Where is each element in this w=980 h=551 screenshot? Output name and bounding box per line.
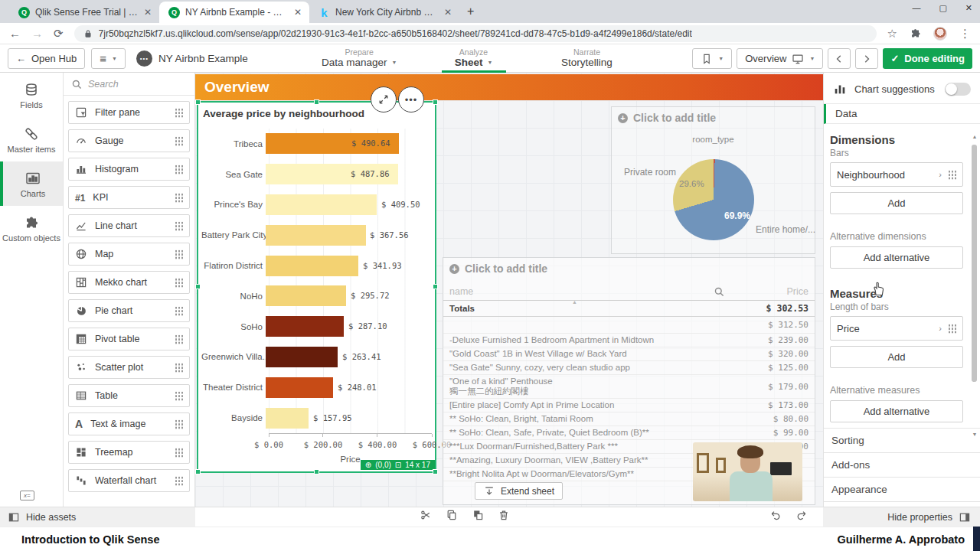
rail-item-fields[interactable]: Fields bbox=[0, 73, 63, 117]
drag-handle-icon[interactable] bbox=[175, 334, 183, 344]
open-hub-button[interactable]: ← Open Hub bbox=[8, 48, 85, 69]
column-search-icon[interactable] bbox=[714, 286, 724, 297]
section-sorting[interactable]: Sorting bbox=[824, 429, 980, 453]
column-header-name[interactable]: name bbox=[449, 286, 714, 297]
extensions-icon[interactable] bbox=[910, 28, 921, 39]
table-row-3[interactable]: "Sea Gate" Sunny, cozy, very clean studi… bbox=[443, 361, 815, 375]
asset-line-chart[interactable]: Line chart bbox=[68, 214, 190, 237]
drag-handle-icon[interactable] bbox=[175, 165, 183, 174]
new-tab-button[interactable]: + bbox=[467, 5, 474, 18]
scrollbar-thumb[interactable] bbox=[972, 145, 977, 382]
rail-item-custom-objects[interactable]: Custom objects bbox=[0, 206, 63, 250]
copy-icon[interactable] bbox=[446, 509, 458, 521]
browser-tab-1[interactable]: QNY Airbnb Example - Overview |✕ bbox=[159, 2, 309, 23]
measure-item-price[interactable]: Price › bbox=[830, 316, 963, 341]
asset-gauge[interactable]: Gauge bbox=[68, 129, 190, 152]
bar[interactable] bbox=[266, 347, 338, 367]
asset-treemap[interactable]: Treemap bbox=[68, 441, 190, 464]
asset-waterfall-chart[interactable]: Waterfall chart bbox=[68, 469, 190, 492]
done-editing-button[interactable]: ✓ Done editing bbox=[883, 48, 972, 69]
drag-handle-icon[interactable] bbox=[175, 391, 183, 401]
profile-avatar[interactable] bbox=[933, 27, 947, 41]
resize-handle[interactable] bbox=[195, 284, 201, 289]
pie-chart-object[interactable]: + Click to add title room_type Private r… bbox=[611, 106, 815, 254]
drag-handle-icon[interactable] bbox=[175, 306, 183, 316]
bar[interactable] bbox=[266, 256, 358, 276]
table-row-2[interactable]: "Gold Coast" 1B in West Village w/ Back … bbox=[443, 347, 815, 361]
next-sheet-button[interactable] bbox=[855, 48, 878, 69]
rail-item-charts[interactable]: Charts bbox=[0, 161, 63, 206]
pie-title-placeholder[interactable]: + Click to add title bbox=[612, 107, 815, 129]
scroll-down-icon[interactable]: ▼ bbox=[972, 432, 978, 437]
add-alternative-dimension-button[interactable]: Add alternative bbox=[830, 246, 963, 269]
paste-icon[interactable] bbox=[472, 509, 484, 521]
asset-mekko-chart[interactable]: Mekko chart bbox=[68, 271, 190, 294]
browser-tab-2[interactable]: kNew York City Airbnb Open Data✕ bbox=[309, 2, 459, 23]
add-measure-button[interactable]: Add bbox=[830, 346, 963, 368]
asset-map[interactable]: Map bbox=[68, 243, 190, 266]
tab-close-icon[interactable]: ✕ bbox=[444, 7, 452, 18]
browser-menu-icon[interactable]: ⋮ bbox=[959, 27, 971, 41]
drag-handle-icon[interactable] bbox=[175, 363, 183, 373]
global-menu-button[interactable]: ≡ ▼ bbox=[91, 48, 126, 69]
bar[interactable] bbox=[266, 194, 377, 215]
dimension-item-neighbourhood[interactable]: Neighbourhood › bbox=[830, 162, 963, 187]
drag-handle-icon[interactable] bbox=[175, 476, 183, 486]
asset-pie-chart[interactable]: Pie chart bbox=[68, 299, 190, 322]
extend-sheet-button[interactable]: Extend sheet bbox=[475, 482, 563, 500]
asset-kpi[interactable]: #1KPI bbox=[68, 186, 190, 209]
drag-handle-icon[interactable] bbox=[175, 419, 183, 429]
resize-handle[interactable] bbox=[195, 469, 201, 474]
bar-chart-object[interactable]: Average price by neighbourhood Tribeca$ … bbox=[197, 101, 436, 473]
drag-handle-icon[interactable] bbox=[175, 221, 183, 231]
add-alternative-measure-button[interactable]: Add alternative bbox=[830, 400, 963, 422]
undo-icon[interactable] bbox=[769, 509, 782, 521]
redo-icon[interactable] bbox=[795, 509, 808, 521]
drag-handle-icon[interactable] bbox=[175, 108, 183, 118]
resize-handle[interactable] bbox=[314, 469, 319, 474]
maximize-icon[interactable]: ▢ bbox=[939, 3, 946, 13]
table-title-placeholder[interactable]: + Click to add title bbox=[443, 258, 815, 279]
bar[interactable] bbox=[266, 408, 309, 429]
pie-chart[interactable] bbox=[673, 159, 754, 240]
more-options-button[interactable]: ••• bbox=[398, 86, 424, 112]
delete-icon[interactable] bbox=[498, 509, 510, 521]
drag-handle-icon[interactable] bbox=[175, 193, 183, 203]
column-header-price[interactable]: Price bbox=[724, 286, 808, 297]
asset-scatter-plot[interactable]: Scatter plot bbox=[68, 356, 190, 379]
resize-handle[interactable] bbox=[314, 99, 319, 105]
asset-table[interactable]: Table bbox=[68, 384, 190, 407]
chart-suggestions-toggle[interactable] bbox=[945, 83, 971, 96]
close-icon[interactable]: ✕ bbox=[965, 3, 972, 13]
drag-handle-icon[interactable] bbox=[175, 249, 183, 259]
tab-data[interactable]: Data bbox=[824, 104, 980, 124]
hide-assets-button[interactable]: Hide assets bbox=[0, 507, 195, 527]
asset-pivot-table[interactable]: Pivot table bbox=[68, 328, 190, 350]
rail-item-master-items[interactable]: Master items bbox=[0, 117, 63, 161]
properties-scrollbar[interactable]: ▲ ▼ bbox=[972, 134, 978, 437]
resize-handle[interactable] bbox=[433, 284, 438, 289]
resize-handle[interactable] bbox=[195, 99, 201, 105]
prev-sheet-button[interactable] bbox=[828, 48, 851, 69]
asset-histogram[interactable]: Histogram bbox=[68, 158, 190, 181]
minimize-icon[interactable]: — bbox=[912, 3, 920, 13]
bookmark-star-icon[interactable]: ☆ bbox=[887, 27, 897, 41]
tab-close-icon[interactable]: ✕ bbox=[294, 7, 302, 18]
section-appearance[interactable]: Appearance bbox=[824, 478, 980, 502]
drag-handle-icon[interactable] bbox=[175, 448, 183, 458]
table-row-6[interactable]: ** SoHo: Clean, Bright, Tatami Room$ 80.… bbox=[443, 412, 815, 426]
tab-close-icon[interactable]: ✕ bbox=[144, 7, 152, 18]
bar[interactable] bbox=[266, 285, 346, 306]
cut-icon[interactable] bbox=[420, 509, 432, 521]
fullscreen-button[interactable] bbox=[371, 86, 397, 112]
table-row-4[interactable]: "One of a kind" Penthouse獨一無二的紐約閣樓$ 179.… bbox=[443, 375, 815, 399]
table-row-1[interactable]: -Deluxe Furnished 1 Bedroom Apartment in… bbox=[443, 334, 815, 347]
table-row-5[interactable]: [Entire place] Comfy Apt in Prime Locati… bbox=[443, 399, 815, 412]
bar[interactable] bbox=[266, 316, 344, 337]
bar[interactable] bbox=[266, 225, 366, 246]
workflow-step-storytelling[interactable]: NarrateStorytelling bbox=[550, 44, 624, 73]
reload-icon[interactable]: ⟳ bbox=[54, 27, 64, 41]
section-add-ons[interactable]: Add-ons bbox=[824, 453, 980, 478]
hide-properties-button[interactable]: Hide properties bbox=[823, 507, 980, 527]
table-header-row[interactable]: name Price ▲ bbox=[443, 282, 815, 301]
